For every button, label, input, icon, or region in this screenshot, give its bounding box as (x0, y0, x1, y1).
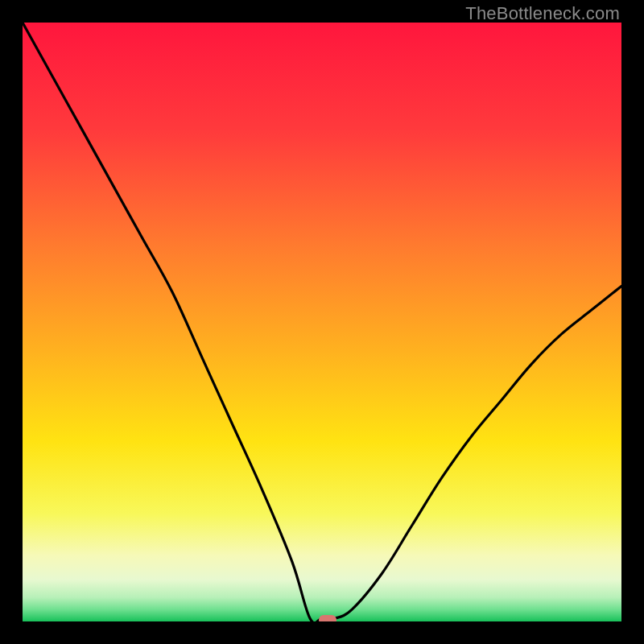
plot-area (23, 23, 621, 621)
chart-frame: TheBottleneck.com (0, 0, 644, 644)
bottleneck-curve (23, 23, 621, 621)
watermark-label: TheBottleneck.com (465, 3, 620, 24)
minimum-marker (319, 615, 336, 621)
